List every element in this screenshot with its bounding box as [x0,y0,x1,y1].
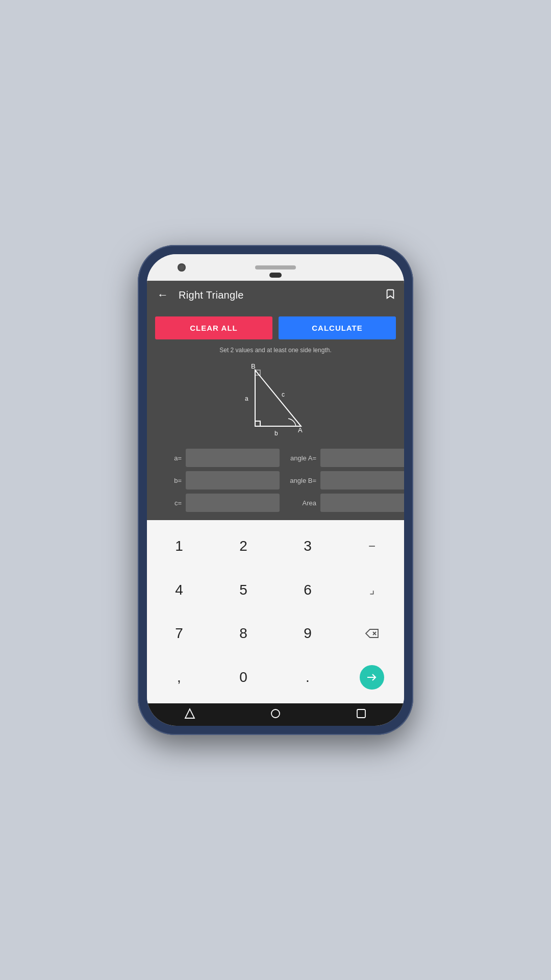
input-row-area: Area [290,494,404,512]
back-button[interactable]: ← [155,286,170,304]
svg-text:c: c [282,391,285,398]
input-row-angle-b: angle B= [290,471,404,489]
key-2[interactable]: 2 [211,524,276,568]
key-1[interactable]: 1 [147,524,211,568]
svg-marker-11 [185,709,194,718]
input-grid: a= angle A= b= angle B= [155,449,396,512]
nav-recent-button[interactable] [345,704,377,725]
keyboard-grid: 1 2 3 − 4 5 6 ⌟ 7 8 9 [147,524,404,699]
label-angle-b: angle B= [290,477,316,484]
key-9[interactable]: 9 [276,612,340,656]
key-backspace[interactable] [340,612,404,656]
triangle-diagram: B A a b c [155,360,396,442]
input-angle-a[interactable] [320,449,404,467]
label-c: c= [155,499,182,507]
input-row-b: b= [155,471,280,489]
page-title: Right Triangle [179,289,385,301]
nav-back-button[interactable] [174,704,206,725]
input-b[interactable] [186,471,280,489]
key-3[interactable]: 3 [276,524,340,568]
keyboard-area: 1 2 3 − 4 5 6 ⌟ 7 8 9 [147,520,404,703]
svg-point-12 [271,709,280,718]
calculate-button[interactable]: CALCULATE [279,316,396,339]
svg-text:a: a [245,395,248,402]
phone-device: ← Right Triangle CLEAR ALL CALCULATE Set… [138,245,413,735]
svg-rect-13 [357,709,365,718]
svg-text:A: A [298,426,303,434]
input-angle-b[interactable] [320,471,404,489]
input-area[interactable] [320,494,404,512]
front-sensor [269,273,282,278]
input-c[interactable] [186,494,280,512]
svg-text:B: B [251,362,256,370]
key-dot[interactable]: . [276,655,340,699]
key-7[interactable]: 7 [147,612,211,656]
phone-top-bar [147,254,404,281]
svg-marker-0 [255,370,301,426]
key-4[interactable]: 4 [147,568,211,612]
key-0[interactable]: 0 [211,655,276,699]
speaker [255,265,296,270]
bookmark-button[interactable] [385,288,396,302]
label-a: a= [155,454,182,462]
input-row-angle-a: angle A= [290,449,404,467]
key-comma[interactable]: , [147,655,211,699]
calculator-area: CLEAR ALL CALCULATE Set 2 values and at … [147,309,404,520]
key-tab[interactable]: ⌟ [340,568,404,612]
nav-bar [147,703,404,726]
label-area: Area [290,499,316,507]
key-enter[interactable] [340,655,404,699]
label-angle-a: angle A= [290,454,316,462]
input-a[interactable] [186,449,280,467]
key-minus[interactable]: − [340,524,404,568]
instruction-text: Set 2 values and at least one side lengt… [155,347,396,354]
camera [178,263,186,272]
screen-content: ← Right Triangle CLEAR ALL CALCULATE Set… [147,281,404,726]
svg-text:b: b [274,430,278,437]
nav-home-button[interactable] [260,704,291,725]
input-row-c: c= [155,494,280,512]
key-8[interactable]: 8 [211,612,276,656]
clear-all-button[interactable]: CLEAR ALL [155,316,272,339]
phone-screen: ← Right Triangle CLEAR ALL CALCULATE Set… [147,254,404,726]
key-6[interactable]: 6 [276,568,340,612]
app-bar: ← Right Triangle [147,281,404,309]
key-5[interactable]: 5 [211,568,276,612]
action-buttons: CLEAR ALL CALCULATE [155,316,396,339]
input-row-a: a= [155,449,280,467]
label-b: b= [155,477,182,484]
